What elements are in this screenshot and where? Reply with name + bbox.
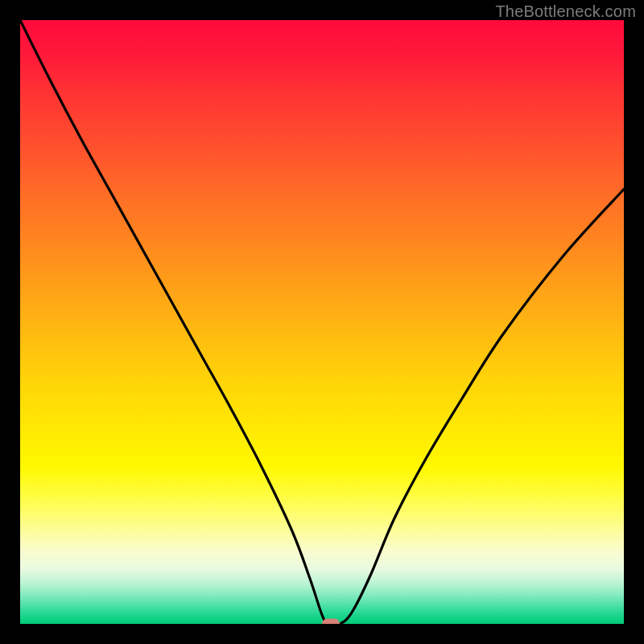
plot-area bbox=[20, 20, 624, 624]
curve-path bbox=[20, 20, 624, 624]
chart-stage: TheBottleneck.com bbox=[0, 0, 644, 644]
watermark-text: TheBottleneck.com bbox=[495, 2, 636, 21]
optimal-marker bbox=[322, 619, 340, 625]
bottleneck-curve bbox=[20, 20, 624, 624]
